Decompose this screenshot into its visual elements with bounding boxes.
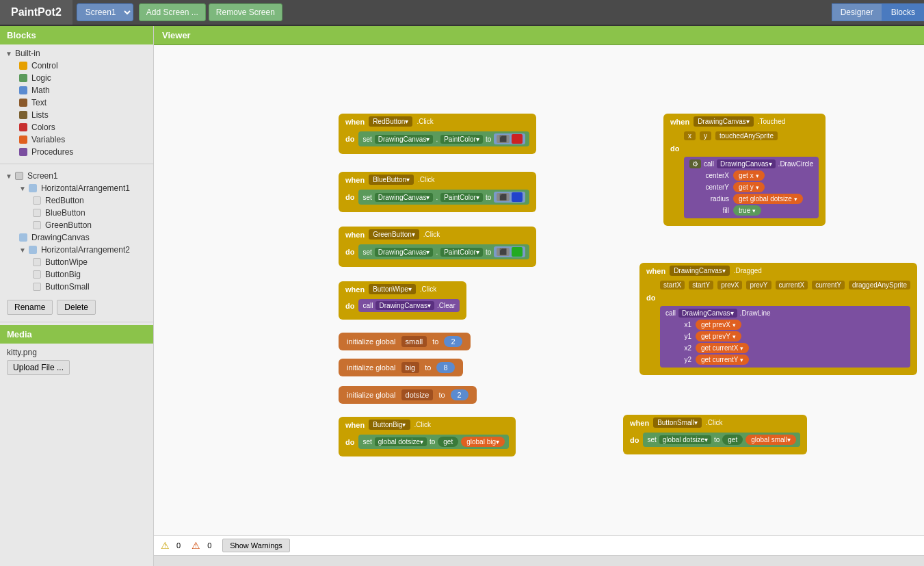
block-bottom-touched <box>663 220 826 226</box>
drawline-outer: call DrawingCanvas▾ .DrawLine x1 get pre… <box>639 304 917 370</box>
buttonbig-click-block: when ButtonBig▾ .Click do set global dot… <box>339 417 516 456</box>
media-content: kitty.png Upload File ... <box>0 344 153 379</box>
drawingcanvas-dragged-block: when DrawingCanvas▾ .Dragged startX star… <box>639 263 917 375</box>
ha1-icon <box>29 184 37 192</box>
sidebar-item-control[interactable]: Control <box>14 60 153 72</box>
sidebar: Blocks ▼ Built-in Control Logic Math <box>0 26 154 566</box>
buttonwipe-tag: ButtonWipe▾ <box>369 284 416 294</box>
bluebutton-item[interactable]: BlueButton <box>27 207 153 219</box>
block-bottom3 <box>339 261 536 267</box>
ha2-icon <box>29 246 37 254</box>
builtin-items: Control Logic Math Text Lists <box>0 60 153 158</box>
rename-button[interactable]: Rename <box>7 300 53 315</box>
drawingcanvas-item[interactable]: DrawingCanvas <box>14 231 153 244</box>
startx-param: startX <box>660 281 685 290</box>
block-bottom1 <box>339 149 536 154</box>
procedures-color <box>19 148 27 156</box>
action-buttons: Rename Delete <box>0 296 153 319</box>
when-label-small: when <box>630 419 649 427</box>
horizontal-scrollbar[interactable] <box>154 555 924 566</box>
buttonbig-item[interactable]: ButtonBig <box>27 268 153 281</box>
designer-button[interactable]: Designer <box>832 3 882 21</box>
main: Blocks ▼ Built-in Control Logic Math <box>0 26 924 566</box>
sidebar-item-variables[interactable]: Variables <box>14 133 153 146</box>
sidebar-item-procedures[interactable]: Procedures <box>14 146 153 158</box>
viewer-header: Viewer <box>154 26 924 45</box>
init-big-block: initialize global big to 8 <box>339 359 463 376</box>
blocks-button[interactable]: Blocks <box>882 3 924 21</box>
block-bottom2 <box>339 207 536 212</box>
ha1-children: RedButton BlueButton GreenButton <box>14 194 153 231</box>
screen-selector[interactable]: Screen1 <box>77 3 133 21</box>
greenbutton-item[interactable]: GreenButton <box>27 219 153 231</box>
buttonsmall-item[interactable]: ButtonSmall <box>27 281 153 293</box>
click-label-small: .Click <box>706 419 722 426</box>
ha2-toggle[interactable]: ▼ HorizontalArrangement2 <box>14 244 153 256</box>
colors-color <box>19 123 27 131</box>
currenty-param: currentY <box>812 281 845 290</box>
ha1-expand: ▼ <box>19 185 26 192</box>
get-prevx-label: get prevX <box>701 321 730 329</box>
redbutton-icon <box>33 196 41 205</box>
upload-button[interactable]: Upload File ... <box>7 360 70 375</box>
colors-label: Colors <box>31 123 55 132</box>
click-label4: .Click <box>420 285 436 293</box>
buttonsmall-click-block: when ButtonSmall▾ .Click do set global d… <box>623 415 807 454</box>
drawingcanvas-icon <box>19 233 27 242</box>
add-screen-button[interactable]: Add Screen ... <box>139 3 206 21</box>
y2-label: y2 <box>671 356 691 363</box>
do-label-dragged: do <box>646 294 655 302</box>
do-label-small: do <box>630 436 639 444</box>
big-name: big <box>401 362 420 373</box>
prevx-param: prevX <box>717 281 742 290</box>
variables-label: Variables <box>31 135 65 144</box>
fill-label: fill <box>695 207 729 214</box>
ha2-children: ButtonWipe ButtonBig ButtonSmall <box>14 256 153 293</box>
screen1-toggle[interactable]: ▼ Screen1 <box>0 170 153 182</box>
call-drawline-block: call DrawingCanvas▾ .DrawLine x1 get pre… <box>660 306 910 368</box>
procedures-label: Procedures <box>31 147 73 157</box>
drawingcanvas-label: DrawingCanvas <box>31 233 90 242</box>
warning-bar: ⚠ 0 ⚠ 0 Show Warnings <box>154 535 924 555</box>
x1-label: x1 <box>671 321 691 329</box>
starty-param: startY <box>689 281 713 290</box>
sidebar-item-colors[interactable]: Colors <box>14 121 153 133</box>
viewer: Viewer when RedButt <box>154 26 924 566</box>
y1-label: y1 <box>671 333 691 340</box>
redbutton-item[interactable]: RedButton <box>27 194 153 207</box>
topbar: PaintPot2 Screen1 Add Screen ... Remove … <box>0 0 924 26</box>
ha2-label: HorizontalArrangement2 <box>41 245 130 255</box>
when-label-touched: when <box>670 118 689 126</box>
lists-label: Lists <box>31 110 49 120</box>
builtin-label: Built-in <box>15 49 40 58</box>
dotsize-value: 2 <box>451 389 468 400</box>
sidebar-item-logic[interactable]: Logic <box>14 72 153 84</box>
radius-label: radius <box>695 195 729 203</box>
redbutton-click-block: when RedButton▾ .Click do set DrawingCan… <box>339 114 536 154</box>
viewer-canvas-area[interactable]: when RedButton▾ .Click do set DrawingCan… <box>154 45 924 535</box>
sidebar-item-math[interactable]: Math <box>14 84 153 97</box>
math-color <box>19 86 27 94</box>
delete-button[interactable]: Delete <box>57 300 96 315</box>
remove-screen-button[interactable]: Remove Screen <box>209 3 282 21</box>
sidebar-item-lists[interactable]: Lists <box>14 109 153 121</box>
buttonwipe-item[interactable]: ButtonWipe <box>27 256 153 268</box>
x2-label: x2 <box>671 344 691 352</box>
when-label3: when <box>345 231 365 239</box>
when-label-dragged: when <box>646 267 665 275</box>
warning-icon2: ⚠ <box>192 540 200 551</box>
bluebutton-label: BlueButton <box>45 208 85 218</box>
do-label4: do <box>345 302 354 310</box>
drawingcanvas-tag-touched: DrawingCanvas▾ <box>694 116 754 127</box>
builtin-toggle[interactable]: ▼ Built-in <box>0 47 153 60</box>
show-warnings-button[interactable]: Show Warnings <box>222 539 290 552</box>
ha1-toggle[interactable]: ▼ HorizontalArrangement1 <box>14 182 153 194</box>
greenbutton-tag: GreenButton▾ <box>369 229 419 240</box>
big-value: 8 <box>436 362 454 373</box>
warning-count2: 0 <box>207 541 211 550</box>
bluebutton-icon <box>33 209 41 217</box>
redbutton-label: RedButton <box>45 196 84 205</box>
buttonsmall-icon <box>33 283 41 291</box>
buttonwipe-label: ButtonWipe <box>45 257 88 267</box>
sidebar-item-text[interactable]: Text <box>14 97 153 109</box>
